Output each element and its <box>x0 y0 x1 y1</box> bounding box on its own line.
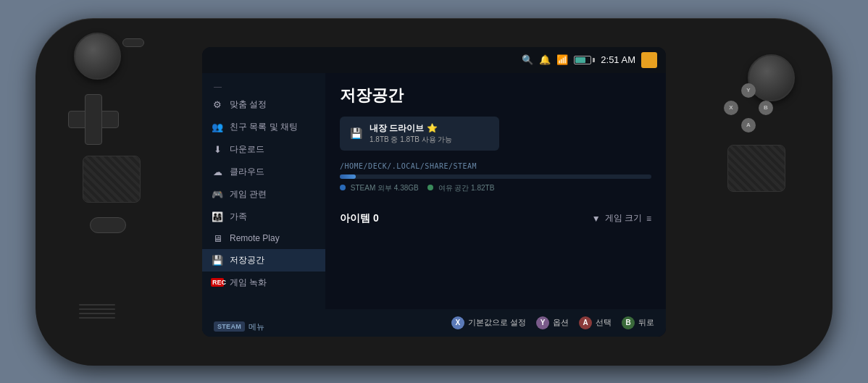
battery-indicator <box>574 56 595 64</box>
right-controls: Y X B A <box>688 18 832 366</box>
left-speaker <box>79 300 115 322</box>
screen: 🔍 🔔 📶 2:51 AM — ⚙ 맞춤 설정 <box>202 47 666 337</box>
left-touchpad[interactable] <box>83 156 141 203</box>
items-count-label: 아이템 0 <box>340 212 379 225</box>
status-icons: 🔍 🔔 📶 2:51 AM <box>522 52 657 68</box>
storage-bar <box>340 174 651 179</box>
used-stat: STEAM 외부 4.38GB <box>340 183 419 193</box>
remote-play-icon: 🖥 <box>211 233 224 244</box>
sidebar-item-record[interactable]: REC 게임 녹화 <box>202 272 325 294</box>
sort-arrow-icon: ▼ <box>592 214 601 224</box>
sidebar-item-family[interactable]: 👨‍👩‍👧 가족 <box>202 206 325 228</box>
sidebar-item-remote-play[interactable]: 🖥 Remote Play <box>202 228 325 249</box>
remote-play-label: Remote Play <box>230 233 280 243</box>
sidebar-item-settings[interactable]: ⚙ 맞춤 설정 <box>202 93 325 116</box>
bottom-bar: STEAM 메뉴 X 기본값으로 설정 Y 옵션 A 선택 <box>202 309 666 337</box>
storage-icon: 💾 <box>211 255 224 266</box>
free-label: 여유 공간 <box>438 184 470 192</box>
game-manage-label: 게임 관련 <box>230 188 267 201</box>
steam-deck-device: 🔍 🔔 📶 2:51 AM — ⚙ 맞춤 설정 <box>36 18 832 366</box>
items-label: 아이템 <box>340 212 370 224</box>
family-icon: 👨‍👩‍👧 <box>211 211 224 222</box>
record-icon: REC <box>211 278 224 287</box>
b-label: 뒤로 <box>638 317 654 328</box>
x-button-action[interactable]: X 기본값으로 설정 <box>451 316 526 329</box>
cloud-icon: ☁ <box>211 167 224 177</box>
sidebar-item-cloud[interactable]: ☁ 클라우드 <box>202 161 325 183</box>
left-controls <box>36 18 180 366</box>
used-label: STEAM 외부 <box>351 184 392 192</box>
a-button[interactable]: A <box>741 118 756 132</box>
sidebar-item-friends[interactable]: 👥 친구 목록 및 채팅 <box>202 116 325 138</box>
clock: 2:51 AM <box>601 54 635 65</box>
menu-header: — <box>202 79 325 93</box>
b-button[interactable]: B <box>759 101 773 115</box>
search-icon[interactable]: 🔍 <box>522 54 533 65</box>
y-badge: Y <box>536 316 549 329</box>
game-icon: 🎮 <box>211 189 224 200</box>
status-bar: 🔍 🔔 📶 2:51 AM <box>202 47 666 73</box>
b-badge: B <box>622 316 635 329</box>
x-badge: X <box>451 316 464 329</box>
page-title: 저장공간 <box>340 85 651 106</box>
steam-menu-label: 메뉴 <box>249 321 264 332</box>
used-dot <box>340 185 346 190</box>
x-label: 기본값으로 설정 <box>468 317 526 328</box>
friends-icon: 👥 <box>211 122 224 132</box>
steam-button-area: STEAM 메뉴 <box>214 321 264 332</box>
y-button-action[interactable]: Y 옵션 <box>536 316 569 329</box>
download-label: 다운로드 <box>230 143 264 156</box>
wifi-icon: 📶 <box>556 54 568 65</box>
free-dot <box>427 185 433 190</box>
sidebar-item-storage[interactable]: 💾 저장공간 <box>202 249 325 272</box>
menu-sidebar: — ⚙ 맞춤 설정 👥 친구 목록 및 채팅 ⬇ 다운로드 ☁ 클라우드 <box>202 73 325 337</box>
sidebar-item-game-manage[interactable]: 🎮 게임 관련 <box>202 183 325 206</box>
storage-stats: STEAM 외부 4.38GB 여유 공간 1.82TB <box>340 183 651 193</box>
y-label: 옵션 <box>553 317 569 328</box>
right-touchpad[interactable] <box>727 145 785 192</box>
drive-card[interactable]: 💾 내장 드라이브 ⭐ 1.8TB 중 1.8TB 사용 가능 <box>340 117 499 151</box>
free-stat: 여유 공간 1.82TB <box>427 183 495 193</box>
drive-space: 1.8TB 중 1.8TB 사용 가능 <box>370 135 452 145</box>
drive-info: 내장 드라이브 ⭐ 1.8TB 중 1.8TB 사용 가능 <box>370 122 452 145</box>
a-badge: A <box>579 316 592 329</box>
main-content: 저장공간 💾 내장 드라이브 ⭐ 1.8TB 중 1.8TB 사용 가능 /HO… <box>325 73 666 337</box>
settings-label: 맞춤 설정 <box>230 98 267 111</box>
drive-name: 내장 드라이브 ⭐ <box>370 122 452 135</box>
download-icon: ⬇ <box>211 144 224 155</box>
notification-icon[interactable]: 🔔 <box>539 54 551 65</box>
left-analog-stick[interactable] <box>74 33 121 80</box>
family-label: 가족 <box>230 211 247 223</box>
items-row: 아이템 0 ▼ 게임 크기 ≡ <box>340 206 651 231</box>
settings-icon: ⚙ <box>211 99 224 110</box>
used-amount: 4.38GB <box>394 184 419 192</box>
y-button[interactable]: Y <box>741 83 756 98</box>
left-center-button[interactable] <box>90 217 126 233</box>
x-button[interactable]: X <box>724 101 738 115</box>
drive-icon: 💾 <box>350 127 362 139</box>
a-button-action[interactable]: A 선택 <box>579 316 612 329</box>
path-label: /HOME/DECK/.LOCAL/SHARE/STEAM <box>340 162 651 170</box>
steam-badge[interactable]: STEAM <box>214 321 245 332</box>
friends-label: 친구 목록 및 채팅 <box>230 121 298 133</box>
avatar[interactable] <box>641 52 657 68</box>
storage-bar-fill <box>340 174 356 179</box>
sort-lines-icon: ≡ <box>646 214 651 224</box>
sort-control[interactable]: ▼ 게임 크기 ≡ <box>592 212 651 224</box>
sidebar-item-download[interactable]: ⬇ 다운로드 <box>202 138 325 161</box>
screen-content: — ⚙ 맞춤 설정 👥 친구 목록 및 채팅 ⬇ 다운로드 ☁ 클라우드 <box>202 73 666 337</box>
a-label: 선택 <box>596 317 612 328</box>
storage-label: 저장공간 <box>230 254 264 266</box>
cloud-label: 클라우드 <box>230 166 264 178</box>
sort-label-text: 게임 크기 <box>605 212 642 224</box>
b-button-action[interactable]: B 뒤로 <box>622 316 654 329</box>
dpad[interactable] <box>68 94 119 145</box>
abxy-buttons: Y X B A <box>724 83 775 134</box>
free-amount: 1.82TB <box>471 184 494 192</box>
record-label: 게임 녹화 <box>230 277 267 289</box>
